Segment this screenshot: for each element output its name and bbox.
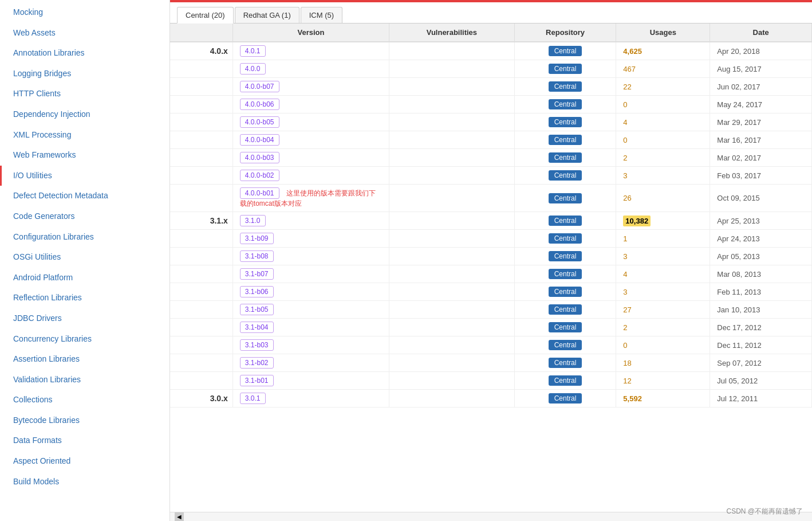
repository-cell: Central (514, 336, 616, 354)
usages-cell[interactable]: 2 (616, 149, 710, 167)
usages-cell[interactable]: 26 (616, 185, 710, 212)
version-cell[interactable]: 4.0.0-b03 (232, 149, 389, 167)
usages-cell[interactable]: 4,625 (616, 42, 710, 60)
table-row: 3.1-b05Central27Jan 10, 2013 (170, 301, 812, 319)
vulnerabilities-cell (389, 372, 515, 390)
version-cell[interactable]: 3.1-b09 (232, 230, 389, 248)
version-group-label: 3.1.x (170, 212, 232, 230)
sidebar-item-http-clients[interactable]: HTTP Clients (0, 84, 170, 104)
usages-cell[interactable]: 3 (616, 283, 710, 301)
version-cell[interactable]: 4.0.0-b05 (232, 113, 389, 131)
version-cell[interactable]: 3.1-b04 (232, 319, 389, 336)
sidebar-item-annotation-libraries[interactable]: Annotation Libraries (0, 43, 170, 64)
sidebar-item-build-models[interactable]: Build Models (0, 472, 170, 492)
versions-table: VersionVulnerabilitiesRepositoryUsagesDa… (170, 23, 812, 408)
vulnerabilities-cell (389, 230, 515, 248)
usages-cell[interactable]: 0 (616, 96, 710, 113)
version-cell[interactable]: 4.0.0-b04 (232, 131, 389, 149)
repository-cell: Central (514, 167, 616, 185)
sidebar-item-configuration-libraries[interactable]: Configuration Libraries (0, 227, 170, 248)
usages-cell[interactable]: 0 (616, 131, 710, 149)
scroll-left-arrow[interactable]: ◀ (175, 512, 184, 522)
tab-redhat-ga-(1)[interactable]: Redhat GA (1) (235, 7, 299, 23)
sidebar-item-data-formats[interactable]: Data Formats (0, 430, 170, 451)
usages-cell[interactable]: 5,592 (616, 390, 710, 408)
sidebar-item-defect-detection-metadata[interactable]: Defect Detection Metadata (0, 186, 170, 206)
date-cell: Apr 20, 2018 (710, 42, 812, 60)
table-body: 4.0.x4.0.1Central4,625Apr 20, 20184.0.0C… (170, 42, 812, 408)
sidebar-item-mocking[interactable]: Mocking (0, 2, 170, 23)
usages-cell[interactable]: 10,382 (616, 212, 710, 230)
sidebar-item-collections[interactable]: Collections (0, 390, 170, 410)
sidebar-item-assertion-libraries[interactable]: Assertion Libraries (0, 349, 170, 370)
sidebar-item-i/o-utilities[interactable]: I/O Utilities (0, 166, 170, 186)
sidebar-item-reflection-libraries[interactable]: Reflection Libraries (0, 288, 170, 308)
usages-cell[interactable]: 27 (616, 301, 710, 319)
version-cell[interactable]: 3.1-b01 (232, 372, 389, 390)
sidebar-item-dependency-injection[interactable]: Dependency Injection (0, 104, 170, 125)
sidebar-item-web-frameworks[interactable]: Web Frameworks (0, 145, 170, 166)
version-group-label (170, 185, 232, 212)
usages-cell[interactable]: 4 (616, 113, 710, 131)
version-cell[interactable]: 4.0.0-b07 (232, 78, 389, 96)
sidebar-item-osgi-utilities[interactable]: OSGi Utilities (0, 247, 170, 268)
vulnerabilities-cell (389, 319, 515, 336)
tab-central-(20)[interactable]: Central (20) (177, 7, 234, 23)
horizontal-scrollbar[interactable]: ◀ (170, 512, 812, 521)
version-cell[interactable]: 3.1-b03 (232, 336, 389, 354)
repository-cell: Central (514, 113, 616, 131)
sidebar-item-bytecode-libraries[interactable]: Bytecode Libraries (0, 410, 170, 431)
sidebar-item-aspect-oriented[interactable]: Aspect Oriented (0, 451, 170, 472)
version-cell[interactable]: 4.0.0-b02 (232, 167, 389, 185)
usages-cell[interactable]: 3 (616, 167, 710, 185)
version-cell[interactable]: 3.1.0 (232, 212, 389, 230)
version-group-label (170, 60, 232, 78)
version-cell[interactable]: 3.1-b07 (232, 265, 389, 283)
version-cell[interactable]: 3.1-b02 (232, 354, 389, 372)
version-cell[interactable]: 3.1-b08 (232, 248, 389, 265)
table-row: 4.0.0-b03Central2Mar 02, 2017 (170, 149, 812, 167)
date-cell: Aug 15, 2017 (710, 60, 812, 78)
sidebar-item-logging-bridges[interactable]: Logging Bridges (0, 64, 170, 84)
version-cell[interactable]: 4.0.0-b01这里使用的版本需要跟我们下载的tomcat版本对应 (232, 185, 389, 212)
usages-cell[interactable]: 12 (616, 372, 710, 390)
sidebar-item-code-generators[interactable]: Code Generators (0, 206, 170, 227)
vulnerabilities-cell (389, 212, 515, 230)
table-row: 4.0.0-b01这里使用的版本需要跟我们下载的tomcat版本对应Centra… (170, 185, 812, 212)
usages-cell[interactable]: 3 (616, 248, 710, 265)
repository-cell: Central (514, 131, 616, 149)
sidebar-item-android-platform[interactable]: Android Platform (0, 268, 170, 288)
sidebar-item-jdbc-drivers[interactable]: JDBC Drivers (0, 308, 170, 329)
tab-icm-(5)[interactable]: ICM (5) (301, 7, 342, 23)
version-cell[interactable]: 3.1-b06 (232, 283, 389, 301)
version-group-label (170, 167, 232, 185)
sidebar-item-concurrency-libraries[interactable]: Concurrency Libraries (0, 329, 170, 350)
vulnerabilities-cell (389, 265, 515, 283)
date-cell: Sep 07, 2012 (710, 354, 812, 372)
usages-cell[interactable]: 18 (616, 354, 710, 372)
watermark: CSDN @不能再留遗憾了 (726, 507, 803, 516)
usages-cell[interactable]: 4 (616, 265, 710, 283)
usages-cell[interactable]: 22 (616, 78, 710, 96)
version-group-label (170, 319, 232, 336)
usages-cell[interactable]: 1 (616, 230, 710, 248)
version-group-label: 4.0.x (170, 42, 232, 60)
table-row: 3.1-b07Central4Mar 08, 2013 (170, 265, 812, 283)
main-content: Central (20)Redhat GA (1)ICM (5) Version… (170, 0, 812, 521)
version-cell[interactable]: 3.0.1 (232, 390, 389, 408)
version-cell[interactable]: 3.1-b05 (232, 301, 389, 319)
table-row: 4.0.0-b06Central0May 24, 2017 (170, 96, 812, 113)
sidebar-item-web-assets[interactable]: Web Assets (0, 23, 170, 44)
repository-cell: Central (514, 230, 616, 248)
usages-cell[interactable]: 467 (616, 60, 710, 78)
date-cell: Mar 02, 2017 (710, 149, 812, 167)
version-cell[interactable]: 4.0.0 (232, 60, 389, 78)
sidebar-item-validation-libraries[interactable]: Validation Libraries (0, 370, 170, 390)
usages-cell[interactable]: 0 (616, 336, 710, 354)
version-cell[interactable]: 4.0.0-b06 (232, 96, 389, 113)
version-cell[interactable]: 4.0.1 (232, 42, 389, 60)
date-cell: Apr 25, 2013 (710, 212, 812, 230)
date-cell: Dec 17, 2012 (710, 319, 812, 336)
sidebar-item-xml-processing[interactable]: XML Processing (0, 125, 170, 146)
usages-cell[interactable]: 2 (616, 319, 710, 336)
